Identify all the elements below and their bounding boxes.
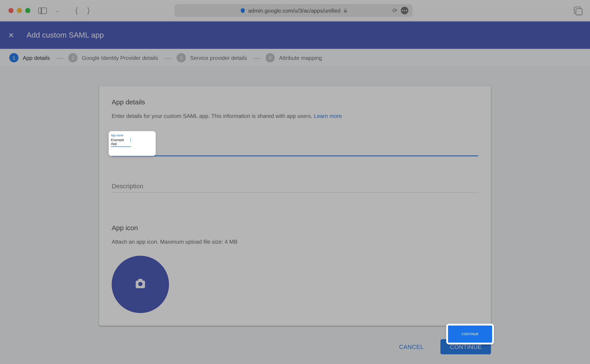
window-controls — [8, 8, 30, 13]
minimize-window-icon[interactable] — [17, 8, 22, 13]
page-body: App details Enter details for your custo… — [0, 67, 590, 364]
step-badge: 2 — [68, 53, 78, 62]
footer-actions: CANCEL CONTINUE — [99, 339, 491, 354]
cancel-button[interactable]: CANCEL — [390, 339, 433, 354]
step-label: Service provider details — [190, 55, 247, 61]
app-name-input[interactable] — [112, 145, 478, 156]
app-details-card: App details Enter details for your custo… — [99, 86, 491, 326]
back-icon[interactable]: ⟨ — [75, 5, 78, 15]
google-admin-icon — [240, 8, 246, 13]
sidebar-toggle-icon[interactable] — [38, 7, 47, 14]
step-separator-icon: — — [164, 53, 171, 62]
sidebar-menu-chevron-icon[interactable]: ⌄ — [56, 8, 59, 13]
modal-title: Add custom SAML app — [26, 31, 104, 39]
modal-header: × Add custom SAML app — [0, 22, 590, 49]
step-idp-details[interactable]: 2 Google Identity Provider details — [68, 53, 158, 62]
step-badge: 1 — [9, 53, 19, 62]
url-text: admin.google.com/u/3/ac/apps/unified — [248, 7, 340, 14]
description-field-group — [112, 181, 478, 192]
step-separator-icon: — — [56, 53, 63, 62]
page-settings-icon[interactable]: ••• — [401, 7, 409, 14]
section-app-icon-title: App icon — [112, 224, 478, 232]
step-badge: 3 — [177, 53, 186, 62]
lock-icon — [343, 8, 348, 13]
continue-button[interactable]: CONTINUE — [441, 339, 491, 354]
step-app-details[interactable]: 1 App details — [9, 53, 50, 62]
section-app-details-desc: Enter details for your custom SAML app. … — [112, 112, 478, 120]
camera-icon — [136, 280, 145, 288]
close-icon[interactable]: × — [8, 30, 14, 41]
stepper: 1 App details — 2 Google Identity Provid… — [0, 49, 590, 67]
app-icon-section: App icon Attach an app icon. Maximum upl… — [112, 224, 478, 313]
description-input[interactable] — [112, 181, 478, 192]
step-label: App details — [23, 55, 50, 61]
step-attr-mapping[interactable]: 4 Attribute mapping — [266, 53, 322, 62]
tab-overview-icon[interactable] — [574, 7, 582, 14]
address-bar[interactable]: admin.google.com/u/3/ac/apps/unified ⟳ •… — [175, 4, 413, 17]
section-app-details-title: App details — [112, 98, 478, 106]
icon-upload-button[interactable] — [112, 256, 169, 313]
maximize-window-icon[interactable] — [25, 8, 30, 13]
app-name-label: App name — [112, 137, 478, 143]
forward-icon[interactable]: ⟩ — [87, 5, 90, 15]
learn-more-link[interactable]: Learn more — [314, 113, 342, 119]
section-app-icon-desc: Attach an app icon. Maximum upload file … — [112, 237, 478, 246]
step-sp-details[interactable]: 3 Service provider details — [177, 53, 247, 62]
step-separator-icon: — — [253, 53, 260, 62]
close-window-icon[interactable] — [8, 8, 13, 13]
app-name-field-group: App name — [112, 137, 478, 156]
step-label: Attribute mapping — [279, 55, 322, 61]
step-label: Google Identity Provider details — [82, 55, 158, 61]
step-badge: 4 — [266, 53, 275, 62]
refresh-icon[interactable]: ⟳ — [392, 7, 397, 14]
browser-toolbar: ⌄ ⟨ ⟩ admin.google.com/u/3/ac/apps/unifi… — [0, 0, 590, 22]
